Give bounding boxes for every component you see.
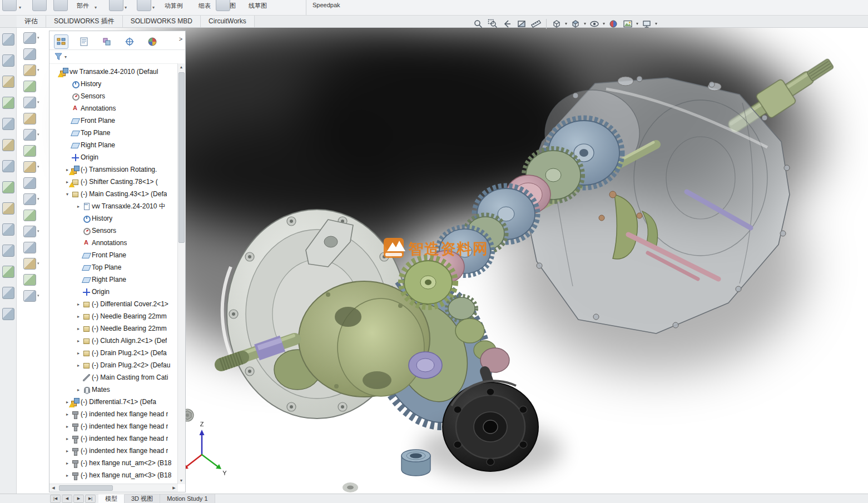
filter-icon[interactable]: [54, 52, 63, 61]
tree-item[interactable]: Annotations: [49, 102, 178, 114]
panel-flyout-arrow[interactable]: [177, 36, 185, 42]
dock-toolbar-item-8[interactable]: [23, 145, 50, 156]
display-style-icon[interactable]: [569, 17, 582, 31]
left-toolbar-icon-4[interactable]: [2, 97, 14, 109]
tree-item[interactable]: Origin: [49, 286, 178, 298]
left-toolbar-icon-11[interactable]: [2, 245, 14, 257]
study-nav-button[interactable]: ▶: [73, 495, 84, 503]
ribbon-icon-2[interactable]: [32, 0, 47, 11]
dock-toolbar-item-7[interactable]: [23, 129, 50, 140]
tree-expand-arrow[interactable]: ▸: [64, 412, 71, 417]
tree-item[interactable]: Top Plane: [49, 127, 178, 139]
dock-toolbar-icon-12[interactable]: [23, 210, 36, 221]
tree-expand-arrow[interactable]: ▸: [64, 461, 71, 466]
left-toolbar-icon-10[interactable]: [2, 223, 14, 236]
tree-item[interactable]: ▸(-) indented hex flange head r: [49, 432, 178, 445]
zoom-area-icon[interactable]: [486, 17, 499, 31]
ribbon-icon-4[interactable]: [109, 0, 123, 11]
previous-view-icon[interactable]: [500, 17, 514, 31]
tree-item[interactable]: Right Plane: [49, 139, 178, 151]
dock-toolbar-item-4[interactable]: [23, 81, 50, 92]
dock-toolbar-icon-3[interactable]: [23, 64, 36, 76]
ribbon-dropdown-1[interactable]: [19, 5, 21, 10]
ribbon-icon-1[interactable]: [2, 0, 17, 11]
left-toolbar-icon-5[interactable]: [2, 118, 14, 130]
tree-item[interactable]: ▸(-) Needle Bearing 22mm: [49, 322, 178, 335]
configurationmanager-tab[interactable]: [100, 34, 114, 49]
dock-toolbar-icon-13[interactable]: [23, 226, 36, 237]
study-nav-button[interactable]: ◀: [62, 495, 72, 503]
dock-toolbar-item-2[interactable]: [23, 48, 50, 59]
study-nav-button[interactable]: ▶|: [85, 495, 96, 503]
scroll-up-arrow[interactable]: [178, 63, 185, 71]
filter-dropdown[interactable]: [65, 54, 67, 59]
tree-item[interactable]: ▸(-) indented hex flange head r: [49, 408, 178, 420]
tree-item[interactable]: ▸(-) Differential Cover.2<1>: [49, 298, 178, 310]
zoom-fit-icon[interactable]: [472, 17, 485, 31]
ribbon-button-motion-study[interactable]: 动算例: [165, 2, 183, 10]
tree-item[interactable]: Sensors: [49, 225, 178, 237]
commandmanager-tab[interactable]: CircuitWorks: [201, 15, 255, 27]
dock-toolbar-item-9[interactable]: [23, 161, 50, 172]
tree-item[interactable]: Origin: [49, 151, 178, 163]
tree-item[interactable]: ▸(-) Needle Bearing 22mm: [49, 310, 178, 322]
left-toolbar-icon-8[interactable]: [2, 181, 14, 193]
tree-item[interactable]: ▸(-) hex flange nut_am<3> (B18: [49, 469, 178, 481]
commandmanager-tab[interactable]: SOLIDWORKS 插件: [46, 15, 123, 27]
tree-expand-arrow[interactable]: ▸: [64, 473, 71, 478]
ribbon-button-exploded-view[interactable]: 图: [230, 2, 236, 10]
study-tab[interactable]: Motion Study 1: [160, 494, 215, 503]
tree-expand-arrow[interactable]: ▸: [75, 302, 82, 307]
gear-small-green[interactable]: [447, 296, 477, 321]
tree-expand-arrow[interactable]: ▸: [75, 387, 82, 392]
scroll-left-arrow[interactable]: [49, 486, 57, 490]
dock-toolbar-icon-17[interactable]: [23, 290, 36, 302]
tree-item[interactable]: History: [49, 78, 178, 90]
tree-expand-arrow[interactable]: ▸: [75, 204, 82, 209]
dock-toolbar-item-15[interactable]: [23, 258, 50, 269]
left-toolbar-icon-1[interactable]: [2, 33, 14, 46]
tree-expand-arrow[interactable]: ▾: [64, 192, 71, 197]
left-toolbar-icon-9[interactable]: [2, 202, 14, 215]
dock-toolbar-item-3[interactable]: [23, 64, 50, 76]
tree-item[interactable]: Annotations: [49, 237, 178, 249]
left-toolbar-icon-3[interactable]: [2, 76, 14, 88]
tree-item[interactable]: ▸(-) indented hex flange head r: [49, 420, 178, 432]
tree-item[interactable]: ▸(-) Shifter Casting.78<1> (: [49, 176, 178, 188]
ribbon-icon-5[interactable]: [137, 0, 151, 11]
ribbon-dropdown-3[interactable]: [125, 5, 127, 10]
model-carrier-bearing[interactable]: [409, 352, 442, 379]
tree-expand-arrow[interactable]: ▸: [75, 314, 82, 319]
scroll-right-arrow[interactable]: [170, 486, 178, 490]
dock-toolbar-icon-9[interactable]: [23, 161, 36, 173]
bushing[interactable]: [401, 450, 430, 476]
tree-item[interactable]: ▸(-) indented hex flange head r: [49, 445, 178, 457]
tree-expand-arrow[interactable]: ▸: [64, 449, 71, 454]
ribbon-icon-3[interactable]: [53, 0, 68, 11]
tree-item[interactable]: ▾(-) Main Casting.43<1> (Defa: [49, 188, 178, 200]
dock-toolbar-icon-16[interactable]: [23, 274, 36, 286]
tree-expand-arrow[interactable]: ▸: [75, 351, 82, 356]
study-nav-button[interactable]: |◀: [50, 495, 61, 503]
dock-toolbar-item-6[interactable]: [23, 113, 50, 124]
dimxpertmanager-tab[interactable]: [122, 34, 137, 49]
dock-toolbar-icon-11[interactable]: [23, 193, 36, 205]
propertymanager-tab[interactable]: [77, 34, 91, 49]
tree-item[interactable]: Right Plane: [49, 273, 178, 286]
tree-expand-arrow[interactable]: ▸: [75, 326, 82, 331]
tree-expand-arrow[interactable]: ▸: [64, 436, 71, 441]
study-tab[interactable]: 3D 视图: [125, 494, 160, 503]
left-toolbar-icon-7[interactable]: [2, 160, 14, 172]
view-settings-icon[interactable]: [640, 17, 653, 31]
view-orientation-icon[interactable]: [550, 17, 563, 31]
tree-item[interactable]: ▸(-) hex flange nut_am<2> (B18: [49, 457, 178, 469]
tree-item[interactable]: ▸(-) Clutch Align.2<1> (Def: [49, 335, 178, 347]
dock-toolbar-icon-7[interactable]: [23, 129, 36, 141]
dock-toolbar-icon-4[interactable]: [23, 81, 36, 92]
left-toolbar-icon-13[interactable]: [2, 287, 14, 299]
display-style-dropdown[interactable]: [584, 21, 586, 26]
tree-item[interactable]: vw Transaxle.24-2010 (Defaul: [49, 66, 178, 78]
tree-item[interactable]: ▸vw Transaxle.24-2010 中: [49, 200, 178, 212]
dock-toolbar-item-13[interactable]: [23, 226, 50, 237]
tree-horizontal-scrollbar[interactable]: [49, 484, 178, 492]
